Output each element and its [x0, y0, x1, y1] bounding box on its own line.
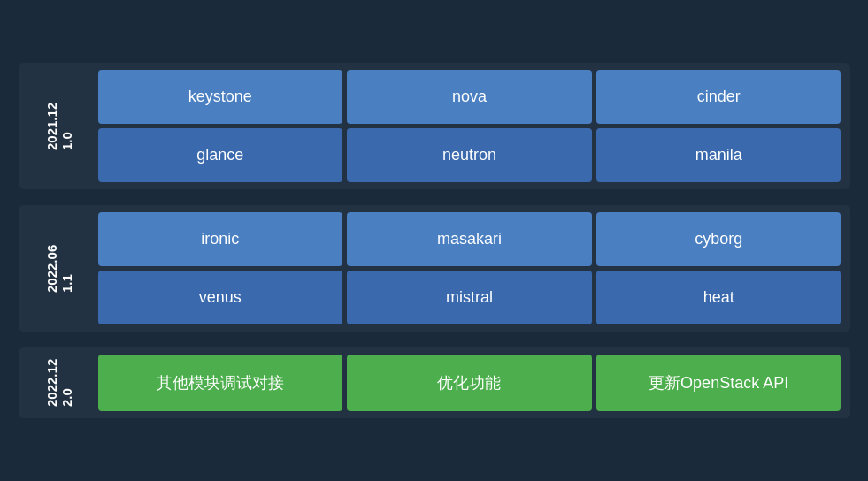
version-label-section-2022-06: 2022.061.1 [27, 212, 91, 324]
main-grid: 2021.121.0keystonenovacinderglanceneutro… [19, 63, 850, 418]
cells-grid-section-2022-06: ironicmasakaricyborgvenusmistralheat [98, 212, 841, 324]
version-label-section-2021: 2021.121.0 [27, 70, 91, 182]
cell-cyborg: cyborg [596, 212, 841, 266]
cell-nova: nova [347, 70, 592, 124]
cell-masakari: masakari [347, 212, 592, 266]
cell-cinder: cinder [596, 70, 841, 124]
cell-glance: glance [98, 128, 343, 182]
cell-其他模块调试对接: 其他模块调试对接 [98, 355, 343, 411]
version-label-section-2022-12: 2022.122.0 [27, 355, 91, 411]
cell-mistral: mistral [347, 271, 592, 324]
cell-更新OpenStack-API: 更新OpenStack API [596, 355, 841, 411]
section-2022-06: 2022.061.1ironicmasakaricyborgvenusmistr… [19, 205, 850, 332]
cell-manila: manila [596, 128, 841, 182]
cell-heat: heat [596, 271, 841, 324]
section-2021: 2021.121.0keystonenovacinderglanceneutro… [19, 63, 850, 189]
cell-neutron: neutron [347, 128, 592, 182]
section-2022-12: 2022.122.0其他模块调试对接优化功能更新OpenStack API [19, 347, 850, 418]
cell-venus: venus [98, 271, 343, 324]
cell-keystone: keystone [98, 70, 343, 124]
cells-grid-section-2021: keystonenovacinderglanceneutronmanila [98, 70, 841, 182]
cells-grid-section-2022-12: 其他模块调试对接优化功能更新OpenStack API [98, 355, 841, 411]
cell-优化功能: 优化功能 [347, 355, 592, 411]
cell-ironic: ironic [98, 212, 343, 266]
